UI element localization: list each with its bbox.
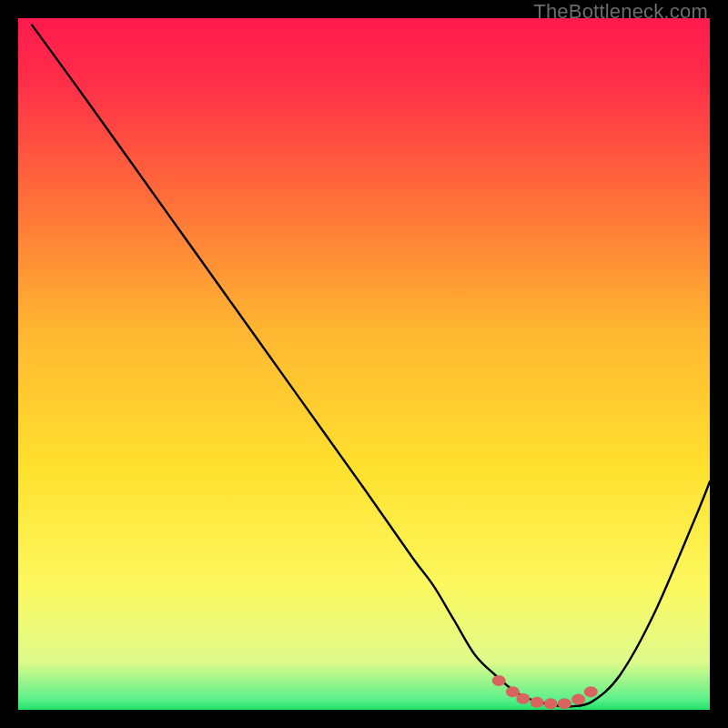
chart-frame [18,18,710,710]
watermark-text: TheBottleneck.com [533,0,708,24]
optimal-dot [544,698,558,709]
optimal-dot [571,694,585,705]
optimal-dot [531,697,544,708]
optimal-dot [516,693,530,704]
chart-background-gradient [18,18,710,710]
optimal-dot [584,686,598,697]
bottleneck-chart [18,18,710,710]
optimal-dot [558,698,571,709]
optimal-dot [492,675,506,686]
